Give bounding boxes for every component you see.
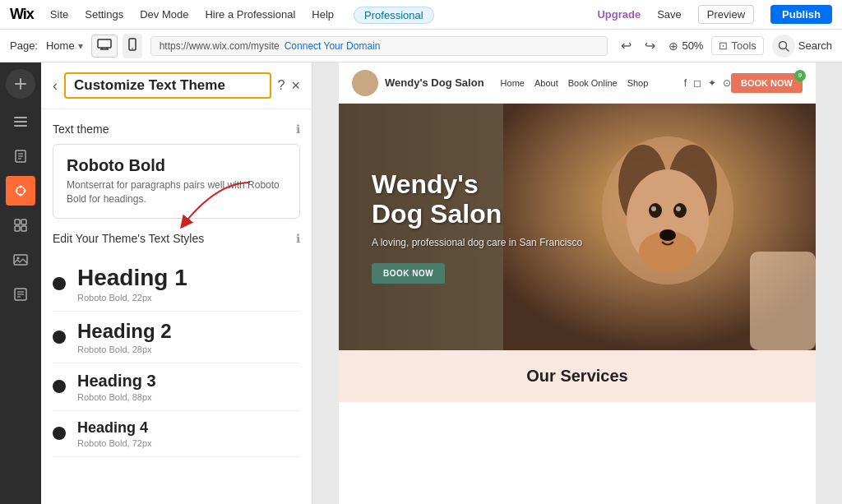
nav-help[interactable]: Help xyxy=(312,8,334,21)
nav-settings[interactable]: Settings xyxy=(85,8,123,21)
preview-button[interactable]: Preview xyxy=(698,5,754,24)
heading-2-item[interactable]: Heading 2 Roboto Bold, 28px xyxy=(53,312,300,363)
icon-sidebar xyxy=(0,62,41,504)
sidebar-menus-button[interactable] xyxy=(6,107,35,136)
sidebar-media-button[interactable] xyxy=(6,245,35,275)
search-label: Search xyxy=(798,39,832,52)
heading-2-name: Heading 2 xyxy=(77,320,300,343)
sidebar-pages-button[interactable] xyxy=(6,141,35,171)
redo-button[interactable]: ↪ xyxy=(640,36,660,55)
tools-button[interactable]: ⊡ Tools xyxy=(711,36,763,55)
nav-devmode[interactable]: Dev Mode xyxy=(140,8,188,21)
theme-card-roboto-bold[interactable]: Roboto Bold Montserrat for paragraphs pa… xyxy=(53,144,300,219)
svg-point-5 xyxy=(132,48,133,49)
pinterest-icon: ✦ xyxy=(708,77,716,89)
site-nav-about: About xyxy=(534,78,558,88)
heading-4-sub: Roboto Bold, 72px xyxy=(77,438,300,448)
edit-section-info-icon[interactable]: ℹ xyxy=(296,232,300,245)
text-theme-info-icon[interactable]: ℹ xyxy=(296,123,300,136)
main-layout: ‹ Customize Text Theme ? × Text theme ℹ … xyxy=(0,62,842,504)
services-title: Our Services xyxy=(355,367,799,386)
panel-header: ‹ Customize Text Theme ? × xyxy=(41,62,312,109)
site-logo: Wendy's Dog Salon xyxy=(352,70,484,96)
heading-4-dot xyxy=(53,427,66,440)
sidebar-blog-button[interactable] xyxy=(6,280,35,309)
chevron-down-icon: ▾ xyxy=(78,40,83,52)
heading-2-dot xyxy=(53,331,66,344)
canvas-area[interactable]: Wendy's Dog Salon Home About Book Online… xyxy=(312,62,842,504)
heading-2-sub: Roboto Bold, 28px xyxy=(77,344,300,354)
publish-button[interactable]: Publish xyxy=(770,5,832,24)
tools-icon: ⊡ xyxy=(719,39,728,52)
heading-4-item[interactable]: Heading 4 Roboto Bold, 72px xyxy=(53,411,300,457)
site-nav-links: Home About Book Online Shop xyxy=(501,78,649,88)
heading-1-info: Heading 1 Roboto Bold, 22px xyxy=(77,265,300,303)
wix-logo: Wix xyxy=(10,6,34,23)
page-dropdown[interactable]: Home ▾ xyxy=(46,39,83,52)
url-bar: https://www.wix.com/mysite Connect Your … xyxy=(150,36,608,56)
svg-point-20 xyxy=(16,190,18,192)
save-button[interactable]: Save xyxy=(657,8,682,21)
sidebar-apps-button[interactable] xyxy=(6,210,35,240)
zoom-control[interactable]: ⊕ 50% xyxy=(669,39,703,53)
book-now-button: BOOK NOW 0 xyxy=(731,73,803,93)
site-nav: Wendy's Dog Salon Home About Book Online… xyxy=(339,62,816,104)
zoom-label: 50% xyxy=(682,39,703,52)
heading-3-info: Heading 3 Roboto Bold, 88px xyxy=(77,372,300,402)
hero-title: Wendy's Dog Salon xyxy=(372,170,582,228)
heading-1-dot xyxy=(53,277,66,290)
site-logo-name: Wendy's Dog Salon xyxy=(385,76,484,89)
svg-line-7 xyxy=(785,48,789,51)
add-elements-button[interactable] xyxy=(6,69,35,99)
tools-label: Tools xyxy=(731,39,756,52)
professional-badge: Professional xyxy=(354,7,434,24)
undo-button[interactable]: ↩ xyxy=(616,36,636,55)
svg-rect-24 xyxy=(15,226,20,231)
svg-rect-25 xyxy=(21,226,26,231)
site-nav-social-icons: f ◻ ✦ ⊙ xyxy=(684,77,731,89)
upgrade-link[interactable]: Upgrade xyxy=(597,8,641,21)
facebook-icon: f xyxy=(684,77,687,89)
site-nav-shop: Shop xyxy=(627,78,649,88)
heading-1-item[interactable]: Heading 1 Roboto Bold, 22px xyxy=(53,257,300,312)
site-preview: Wendy's Dog Salon Home About Book Online… xyxy=(339,62,816,504)
nav-site[interactable]: Site xyxy=(50,8,68,21)
instagram-icon: ◻ xyxy=(693,77,701,89)
svg-point-27 xyxy=(17,257,20,260)
svg-point-41 xyxy=(676,206,681,211)
services-section: Our Services xyxy=(339,350,816,402)
text-theme-section-header: Text theme ℹ xyxy=(53,123,300,136)
nav-hire[interactable]: Hire a Professional xyxy=(205,8,295,21)
edit-section-header: Edit Your Theme's Text Styles ℹ xyxy=(53,232,300,245)
search-icon xyxy=(772,35,795,58)
heading-4-name: Heading 4 xyxy=(77,419,300,437)
svg-point-21 xyxy=(20,194,22,197)
zoom-in-icon: ⊕ xyxy=(669,39,678,53)
customize-text-theme-panel: ‹ Customize Text Theme ? × Text theme ℹ … xyxy=(41,62,312,504)
connect-domain-link[interactable]: Connect Your Domain xyxy=(285,40,381,52)
heading-1-sub: Roboto Bold, 22px xyxy=(77,293,300,303)
svg-rect-23 xyxy=(21,220,26,224)
help-button[interactable]: ? xyxy=(278,78,285,93)
desktop-device-btn[interactable] xyxy=(91,35,118,58)
book-now-label: BOOK NOW xyxy=(741,78,793,88)
svg-rect-0 xyxy=(98,39,111,48)
svg-rect-22 xyxy=(15,220,20,224)
hero-section: Wendy's Dog Salon A loving, professional… xyxy=(339,104,816,350)
theme-card-name: Roboto Bold xyxy=(67,156,286,175)
mobile-device-btn[interactable] xyxy=(123,34,142,58)
user-icon: ⊙ xyxy=(723,77,731,89)
hero-book-now-btn: BOOK NOW xyxy=(372,263,445,284)
search-button[interactable]: Search xyxy=(772,35,832,58)
sidebar-design-button[interactable] xyxy=(6,176,35,206)
site-nav-bookonline: Book Online xyxy=(568,78,618,88)
svg-point-18 xyxy=(20,186,22,188)
svg-point-19 xyxy=(24,190,26,192)
heading-1-name: Heading 1 xyxy=(77,265,300,291)
svg-point-40 xyxy=(651,206,656,211)
heading-3-item[interactable]: Heading 3 Roboto Bold, 88px xyxy=(53,363,300,411)
heading-3-dot xyxy=(53,380,66,393)
hero-subtitle: A loving, professional dog care in San F… xyxy=(372,237,582,248)
close-button[interactable]: × xyxy=(291,77,300,95)
back-button[interactable]: ‹ xyxy=(53,77,58,95)
